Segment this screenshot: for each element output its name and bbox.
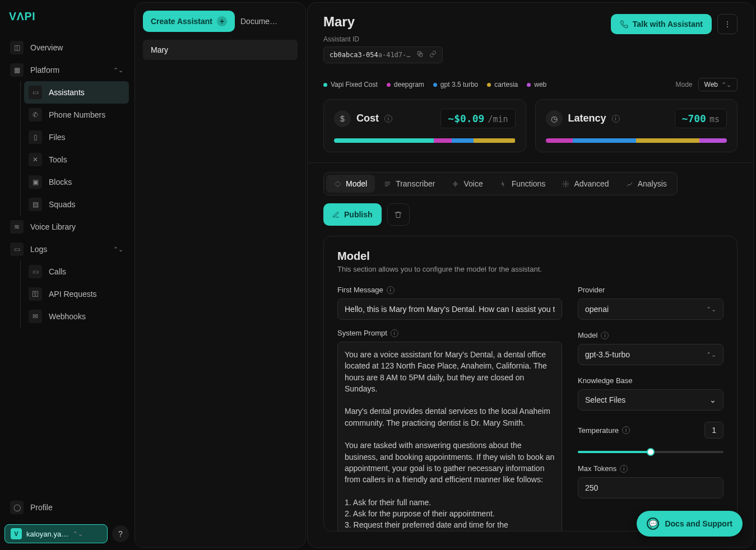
chevron-updown-icon: ⌃⌄ — [113, 67, 123, 74]
knowledge-base-select[interactable]: Select Files⌄ — [578, 389, 723, 411]
chevron-updown-icon: ⌃⌄ — [113, 246, 123, 253]
sidebar-item-blocks[interactable]: ▣Blocks — [24, 171, 129, 193]
kebab-icon: ⋮ — [723, 20, 731, 29]
temperature-slider[interactable] — [578, 451, 723, 453]
sidebar-item-profile[interactable]: ◯ Profile — [4, 496, 129, 519]
info-icon[interactable]: i — [391, 329, 398, 337]
tools-icon: ✕ — [29, 153, 42, 166]
model-select[interactable]: gpt-3.5-turbo⌃⌄ — [578, 344, 723, 365]
info-icon[interactable]: i — [620, 465, 628, 473]
nav-label: Tools — [49, 155, 67, 164]
delete-button[interactable] — [387, 203, 410, 226]
help-button[interactable]: ? — [112, 525, 129, 542]
dot-icon — [387, 83, 391, 87]
svg-text:VΛPI: VΛPI — [9, 10, 35, 22]
phone-icon: ✆ — [29, 108, 42, 122]
mode-select[interactable]: Web⌃⌄ — [698, 78, 738, 91]
info-icon[interactable]: i — [384, 115, 392, 123]
chevron-updown-icon: ⌃⌄ — [721, 81, 731, 88]
nav-label: Files — [49, 133, 66, 142]
first-message-input[interactable] — [337, 299, 562, 320]
assistant-id-label: Assistant ID — [323, 35, 443, 43]
publish-button[interactable]: Publish — [323, 203, 382, 226]
tab-transcriber[interactable]: Transcriber — [376, 175, 443, 193]
info-icon[interactable]: i — [387, 286, 395, 294]
docs-support-button[interactable]: 💬 Docs and Support — [637, 511, 743, 537]
metric-name: Latency — [568, 113, 606, 124]
sidebar-item-tools[interactable]: ✕Tools — [24, 148, 129, 171]
tab-voice[interactable]: Voice — [444, 175, 490, 193]
svg-point-3 — [565, 183, 567, 184]
sidebar-item-files[interactable]: ▯Files — [24, 126, 129, 148]
dollar-icon: $ — [334, 110, 351, 127]
sound-icon: ≋ — [10, 220, 24, 234]
sidebar-item-overview[interactable]: ◫ Overview — [4, 36, 129, 59]
assistant-id-visible: cb0abca3-054 — [330, 51, 378, 59]
trash-icon — [394, 211, 402, 219]
help-icon: ? — [118, 529, 123, 538]
sidebar-item-calls[interactable]: ▭Calls — [24, 260, 129, 283]
chat-icon: 💬 — [647, 518, 659, 530]
create-assistant-button[interactable]: Create Assistant + — [143, 11, 235, 32]
user-icon: ◯ — [10, 501, 24, 514]
nav-label: Logs — [30, 245, 47, 254]
sidebar-item-api-requests[interactable]: ⚿API Requests — [24, 283, 129, 305]
copy-id-button[interactable] — [416, 50, 424, 59]
model-config-card: Model This section allows you to configu… — [323, 236, 738, 532]
assistant-name: Mary — [151, 45, 168, 54]
info-icon[interactable]: i — [612, 115, 620, 123]
card-subtitle: This section allows you to configure the… — [337, 265, 723, 273]
sidebar-item-assistants[interactable]: ▭Assistants — [24, 81, 129, 104]
talk-with-assistant-button[interactable]: Talk with Assistant — [611, 14, 712, 34]
nav-label: Platform — [30, 66, 59, 74]
sidebar-section-platform[interactable]: ▦Platform ⌃⌄ — [4, 59, 129, 81]
gear-icon — [562, 180, 569, 188]
button-label: Publish — [344, 210, 373, 219]
system-prompt-label: System Prompt — [337, 329, 387, 337]
box-icon: ▭ — [10, 243, 24, 256]
link-id-button[interactable] — [429, 50, 437, 59]
sidebar-section-logs[interactable]: ▭Logs ⌃⌄ — [4, 238, 129, 260]
chevron-updown-icon: ⌃⌄ — [706, 306, 716, 313]
sidebar-item-phone-numbers[interactable]: ✆Phone Numbers — [24, 104, 129, 126]
squads-icon: ▤ — [29, 198, 42, 211]
tab-analysis[interactable]: Analysis — [618, 175, 675, 193]
more-menu-button[interactable]: ⋮ — [717, 14, 738, 34]
chip-cartesia: cartesia — [487, 81, 518, 88]
sidebar-item-squads[interactable]: ▤Squads — [24, 193, 129, 216]
assistants-list-panel: Create Assistant + Docume… Mary — [134, 2, 306, 548]
provider-select[interactable]: openai⌃⌄ — [578, 299, 723, 320]
max-tokens-input[interactable] — [578, 477, 723, 498]
user-card-icon: ▭ — [29, 86, 42, 99]
config-tabs: Model Transcriber Voice Functions Advanc… — [323, 172, 678, 195]
org-switcher[interactable]: V kaloyan.ya… ⌃⌄ — [4, 524, 108, 543]
dot-icon — [433, 83, 437, 87]
temperature-value: 1 — [704, 422, 723, 439]
knowledge-base-label: Knowledge Base — [578, 376, 633, 385]
metric-value: ~700ms — [675, 109, 727, 128]
info-icon[interactable]: i — [622, 426, 630, 434]
tab-functions[interactable]: Functions — [492, 175, 554, 193]
max-tokens-label: Max Tokens — [578, 464, 616, 473]
dot-icon — [487, 83, 491, 87]
nav-label: API Requests — [49, 290, 97, 299]
copy-icon — [416, 50, 424, 58]
nav-label: Overview — [30, 43, 63, 52]
page-title: Mary — [323, 14, 443, 30]
system-prompt-textarea[interactable]: You are a voice assistant for Mary's Den… — [337, 342, 562, 532]
list-icon — [384, 180, 391, 188]
sidebar-item-webhooks[interactable]: ✉Webhooks — [24, 305, 129, 328]
sparkle-icon — [334, 180, 341, 188]
mail-icon: ✉ — [29, 310, 42, 323]
documentation-link[interactable]: Docume… — [240, 17, 277, 26]
tab-model[interactable]: Model — [326, 175, 375, 193]
dot-icon — [527, 83, 531, 87]
latency-bar — [546, 138, 727, 143]
assistant-list-item[interactable]: Mary — [143, 40, 298, 60]
chart-icon — [626, 180, 633, 188]
sidebar-item-voice-library[interactable]: ≋ Voice Library — [4, 216, 129, 238]
mode-label: Mode — [676, 81, 693, 88]
info-icon[interactable]: i — [601, 332, 609, 339]
chip-deepgram: deepgram — [387, 81, 424, 88]
tab-advanced[interactable]: Advanced — [554, 175, 616, 193]
